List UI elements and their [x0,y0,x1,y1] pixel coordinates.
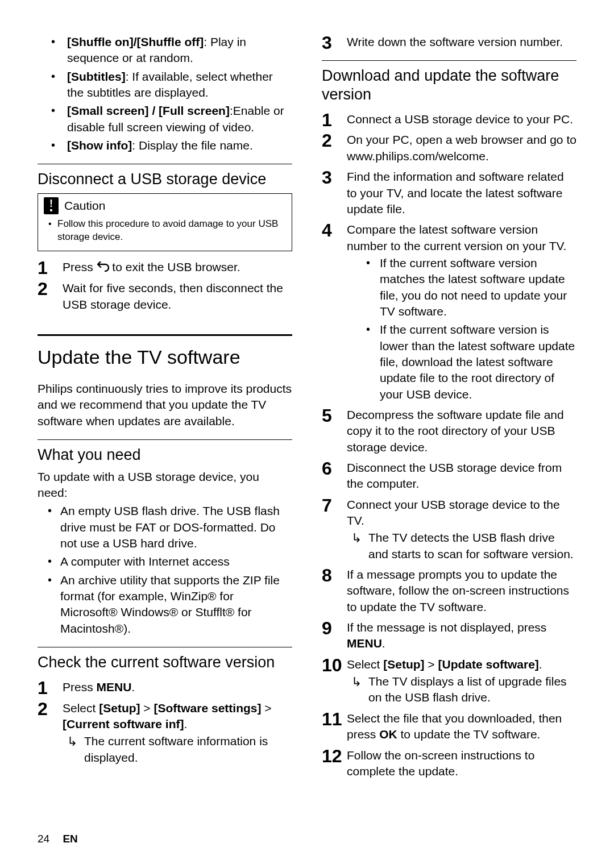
check-step-2-sub: The current software information is disp… [63,733,292,766]
dl-step-7: Connect your USB storage device to the T… [322,497,576,562]
dl-step-4-b1: If the current software version matches … [347,255,576,319]
caution-title: Caution [64,199,105,213]
dl-step-4: Compare the latest software version numb… [322,222,576,402]
check-step-2: Select [Setup] > [Software settings] > [… [38,700,292,766]
dl-step-2: On your PC, open a web browser and go to… [322,132,576,164]
option-screen: [Small screen] / [Full screen]:Enable or… [67,103,292,135]
check-step-3: Write down the software version number. [322,34,576,50]
right-column: Write down the software version number. … [322,34,576,784]
what-you-need-list: An empty USB flash drive. The USB flash … [38,503,292,637]
check-step-1: Press MENU. [38,679,292,695]
disconnect-step-1: Press to exit the USB browser. [38,259,292,276]
disconnect-steps: Press to exit the USB browser. Wait for … [38,259,292,313]
need-item-2: A computer with Internet access [38,554,292,570]
left-column: [Shuffle on]/[Shuffle off]: Play in sequ… [38,34,292,784]
download-update-steps: Connect a USB storage device to your PC.… [322,111,576,779]
page-lang: EN [63,833,77,845]
need-item-3: An archive utility that supports the ZIP… [38,572,292,637]
option-shuffle: [Shuffle on]/[Shuffle off]: Play in sequ… [67,34,292,67]
dl-step-9: If the message is not displayed, press M… [322,620,576,652]
dl-step-3: Find the information and software relate… [322,169,576,217]
playback-options-list: [Shuffle on]/[Shuffle off]: Play in sequ… [38,34,292,153]
dl-step-4-b2: If the current software version is lower… [347,322,576,402]
what-you-need-heading: What you need [38,446,292,464]
dl-step-8: If a message prompts you to update the s… [322,567,576,615]
check-version-steps-cont: Write down the software version number. [322,34,576,50]
dl-step-10: Select [Setup] > [Update software]. The … [322,657,576,706]
page-footer: 24 EN [38,833,78,845]
caution-icon [44,197,59,214]
option-subtitles: [Subtitles]: If available, select whethe… [67,69,292,101]
back-icon [97,260,109,276]
caution-body: Follow this procedure to avoid damage to… [38,217,292,251]
page-number: 24 [38,833,49,845]
disconnect-heading: Disconnect a USB storage device [38,170,292,188]
check-version-heading: Check the current software version [38,653,292,671]
update-software-heading: Update the TV software [38,346,292,368]
dl-step-11: Select the file that you downloaded, the… [322,711,576,743]
dl-step-6: Disconnect the USB storage device from t… [322,460,576,492]
dl-step-1: Connect a USB storage device to your PC. [322,111,576,127]
update-intro: Philips continuously tries to improve it… [38,381,292,429]
option-show-info: [Show info]: Display the file name. [67,138,292,153]
download-update-heading: Download and update the software version [322,67,576,103]
dl-step-5: Decompress the software update file and … [322,407,576,455]
dl-step-10-sub: The TV displays a list of upgrade files … [347,674,576,706]
dl-step-12: Follow the on-screen instructions to com… [322,747,576,780]
what-you-need-intro: To update with a USB storage device, you… [38,469,292,501]
caution-box: Caution Follow this procedure to avoid d… [38,193,292,251]
dl-step-7-sub: The TV detects the USB flash drive and s… [347,530,576,562]
need-item-1: An empty USB flash drive. The USB flash … [38,503,292,551]
disconnect-step-2: Wait for five seconds, then disconnect t… [38,280,292,313]
check-version-steps: Press MENU. Select [Setup] > [Software s… [38,679,292,766]
